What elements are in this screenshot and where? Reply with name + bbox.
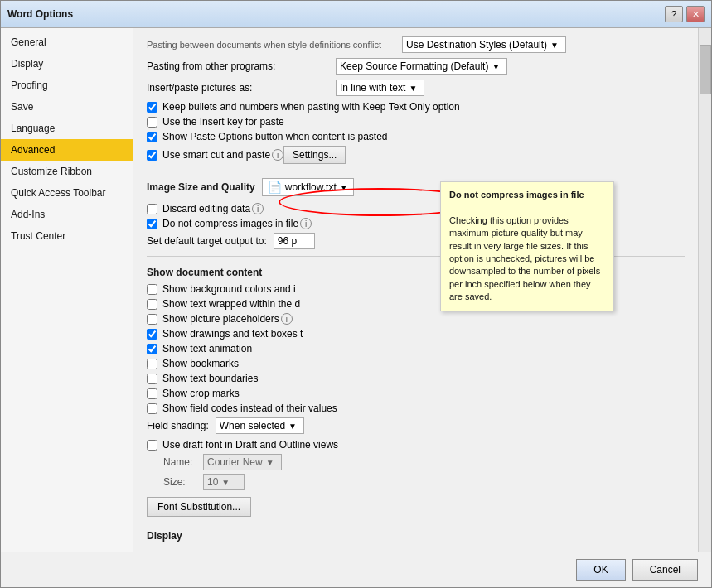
- sidebar-item-quick-access[interactable]: Quick Access Toolbar: [1, 182, 133, 204]
- font-name-label: Name:: [163, 456, 196, 468]
- settings-button[interactable]: Settings...: [283, 146, 346, 164]
- show-animation-label: Show text animation: [162, 343, 252, 354]
- discard-info-icon[interactable]: i: [252, 203, 264, 214]
- use-insert-key-checkbox[interactable]: [147, 117, 157, 128]
- show-paste-options-checkbox[interactable]: [147, 132, 157, 142]
- smart-cut-checkbox[interactable]: [147, 150, 157, 161]
- close-button[interactable]: ✕: [686, 6, 705, 22]
- chevron-down-icon-6: ▼: [266, 458, 274, 467]
- sidebar-item-proofing[interactable]: Proofing: [1, 75, 133, 96]
- show-paste-options-row: Show Paste Options button when content i…: [147, 131, 685, 142]
- tooltip-title: Do not compress images in file: [449, 190, 584, 200]
- content-area: Pasting between documents when style def…: [133, 28, 698, 552]
- sidebar-item-language[interactable]: Language: [1, 118, 133, 139]
- use-insert-key-label: Use the Insert key for paste: [162, 116, 284, 128]
- scrollable-content[interactable]: Pasting between documents when style def…: [133, 28, 698, 552]
- show-text-boundaries-row: Show text boundaries: [147, 373, 685, 384]
- dialog-body: General Display Proofing Save Language A…: [1, 28, 711, 552]
- show-crop-checkbox[interactable]: [147, 388, 157, 399]
- font-size-row: Size: 10 ▼: [147, 474, 685, 490]
- show-text-boundaries-label: Show text boundaries: [162, 373, 258, 384]
- keep-bullets-row: Keep bullets and numbers when pasting wi…: [147, 101, 685, 113]
- sidebar-item-save[interactable]: Save: [1, 96, 133, 118]
- pasting-between-docs-label: Pasting between documents when style def…: [147, 40, 395, 50]
- show-bg-checkbox[interactable]: [147, 284, 157, 295]
- discard-editing-label: Discard editing data: [162, 203, 250, 214]
- compress-images-label: Do not compress images in file: [162, 218, 298, 229]
- insert-paste-pictures-label: Insert/paste pictures as:: [147, 82, 329, 94]
- smart-cut-row: Use smart cut and paste i Settings...: [147, 146, 685, 164]
- chevron-down-icon-4: ▼: [340, 183, 348, 192]
- show-field-codes-checkbox[interactable]: [147, 403, 157, 414]
- title-bar-buttons: ? ✕: [665, 6, 705, 22]
- chevron-down-icon-5: ▼: [288, 422, 297, 431]
- draft-font-row: Use draft font in Draft and Outline view…: [147, 439, 685, 451]
- insert-paste-pictures-dropdown[interactable]: In line with text ▼: [336, 80, 424, 96]
- sidebar-item-general[interactable]: General: [1, 31, 133, 53]
- font-substitution-button[interactable]: Font Substitution...: [147, 497, 251, 517]
- sidebar-item-advanced[interactable]: Advanced: [1, 139, 133, 161]
- show-drawings-row: Show drawings and text boxes t: [147, 328, 685, 340]
- sidebar-item-addins[interactable]: Add-Ins: [1, 204, 133, 225]
- chevron-down-icon-2: ▼: [492, 62, 500, 71]
- font-name-value: Courier New: [207, 456, 263, 468]
- discard-editing-checkbox[interactable]: [147, 204, 157, 214]
- compress-info-icon[interactable]: i: [300, 218, 312, 229]
- pasting-from-programs-label: Pasting from other programs:: [147, 60, 329, 72]
- draft-font-label: Use draft font in Draft and Outline view…: [162, 439, 338, 451]
- font-name-dropdown[interactable]: Courier New ▼: [203, 454, 282, 470]
- show-drawings-label: Show drawings and text boxes t: [162, 328, 303, 340]
- font-name-row: Name: Courier New ▼: [147, 454, 685, 470]
- show-crop-row: Show crop marks: [147, 388, 685, 399]
- cancel-button[interactable]: Cancel: [632, 559, 698, 581]
- show-text-wrapped-label: Show text wrapped within the d: [162, 298, 300, 310]
- target-label: Set default target output to:: [147, 235, 267, 247]
- compress-images-checkbox[interactable]: [147, 219, 157, 229]
- title-bar: Word Options ? ✕: [1, 1, 711, 28]
- pasting-between-docs-dropdown[interactable]: Use Destination Styles (Default) ▼: [402, 36, 566, 53]
- picture-info-icon[interactable]: i: [281, 313, 293, 325]
- sidebar-item-customize-ribbon[interactable]: Customize Ribbon: [1, 161, 133, 182]
- show-crop-label: Show crop marks: [162, 388, 240, 399]
- chevron-down-icon-3: ▼: [409, 84, 417, 93]
- show-text-wrapped-checkbox[interactable]: [147, 299, 157, 310]
- image-file-dropdown[interactable]: 📄 workflow.txt ▼: [262, 178, 354, 196]
- font-size-dropdown[interactable]: 10 ▼: [203, 474, 245, 490]
- field-shading-value: When selected: [220, 420, 285, 431]
- scroll-thumb[interactable]: [700, 45, 711, 94]
- smart-cut-info-icon[interactable]: i: [272, 149, 283, 161]
- scrollbar[interactable]: [698, 28, 711, 552]
- field-shading-dropdown[interactable]: When selected ▼: [216, 417, 304, 434]
- image-size-header: Image Size and Quality: [147, 181, 255, 193]
- show-bookmarks-checkbox[interactable]: [147, 359, 157, 369]
- show-field-codes-label: Show field codes instead of their values: [162, 402, 337, 414]
- font-size-label: Size:: [163, 476, 196, 488]
- pasting-from-programs-row: Pasting from other programs: Keep Source…: [147, 58, 685, 75]
- show-picture-row: Show picture placeholders i: [147, 313, 685, 325]
- file-icon: 📄: [268, 181, 282, 194]
- use-insert-key-row: Use the Insert key for paste: [147, 116, 685, 128]
- keep-bullets-checkbox[interactable]: [147, 102, 157, 113]
- show-field-codes-row: Show field codes instead of their values: [147, 402, 685, 414]
- chevron-down-icon: ▼: [550, 41, 559, 50]
- target-input[interactable]: [274, 233, 315, 249]
- keep-bullets-label: Keep bullets and numbers when pasting wi…: [162, 101, 460, 113]
- show-text-boundaries-checkbox[interactable]: [147, 374, 157, 384]
- sidebar-item-trust-center[interactable]: Trust Center: [1, 225, 133, 247]
- draft-font-checkbox[interactable]: [147, 440, 157, 451]
- show-drawings-checkbox[interactable]: [147, 329, 157, 340]
- tooltip-body: Checking this option provides maximum pi…: [449, 215, 600, 301]
- dialog-footer: OK Cancel: [1, 552, 711, 587]
- help-button[interactable]: ?: [665, 6, 683, 22]
- show-picture-checkbox[interactable]: [147, 314, 157, 325]
- show-bg-label: Show background colors and i: [162, 283, 296, 295]
- dialog-title: Word Options: [7, 8, 73, 20]
- show-paste-options-label: Show Paste Options button when content i…: [162, 131, 388, 142]
- sidebar-item-display[interactable]: Display: [1, 53, 133, 75]
- image-file-name: workflow.txt: [285, 181, 337, 193]
- show-picture-label: Show picture placeholders: [162, 313, 279, 325]
- show-animation-checkbox[interactable]: [147, 344, 157, 354]
- pasting-from-programs-dropdown[interactable]: Keep Source Formatting (Default) ▼: [336, 58, 507, 75]
- show-bookmarks-row: Show bookmarks: [147, 358, 685, 369]
- ok-button[interactable]: OK: [576, 559, 625, 581]
